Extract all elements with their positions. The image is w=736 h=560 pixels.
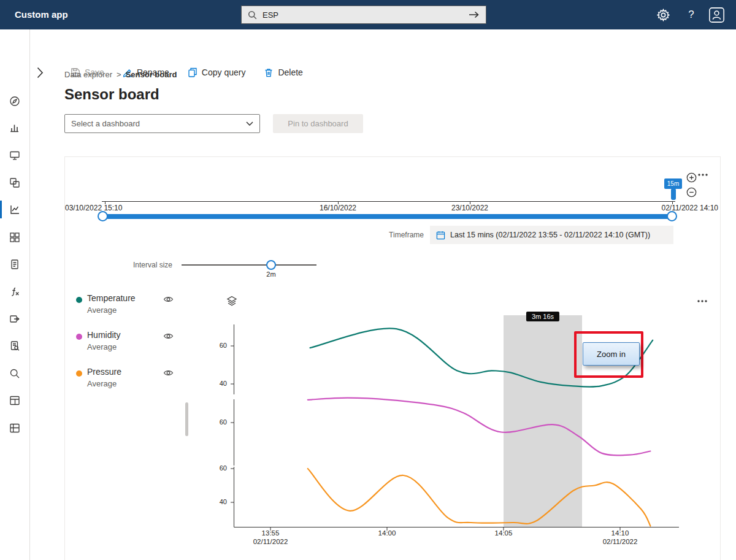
zoom-in-button[interactable]: Zoom in [583,342,640,366]
help-button[interactable]: ? [682,0,700,29]
document-icon [9,258,21,270]
legend-item-humidity: Humidity Average [72,330,189,361]
breadcrumb-separator: > [117,70,121,79]
breadcrumb-data-explorer[interactable]: Data explorer [64,70,112,79]
command-bar: Save Rename Copy query Delete [0,29,736,56]
timeline-more-options-button[interactable] [697,173,708,177]
eye-icon [163,369,174,377]
legend-aggregation: Average [87,305,117,315]
sidebar-item-jobs[interactable] [0,255,29,274]
trash-icon [264,67,274,77]
copy-icon [188,67,197,77]
timeline-label-end: 02/11/2022 14:10 [638,204,718,212]
sidebar-item-device-groups[interactable] [0,173,29,192]
selection-duration-tooltip: 3m 16s [526,312,559,321]
time-selection-band [504,315,582,527]
sidebar-item-analytics[interactable] [0,118,29,137]
legend-item-temperature: Temperature Average [72,293,189,324]
chart-layout-button[interactable] [226,295,238,307]
app-title: Custom app [15,9,68,20]
y-tick: 60 [211,464,227,472]
sidebar-item-rules[interactable] [0,282,29,301]
chevron-down-icon [246,121,253,126]
breadcrumb: Data explorer > Sensor board [64,70,177,79]
line-chart-icon [9,204,21,216]
audit-document-icon [9,340,21,352]
delete-button[interactable]: Delete [264,67,302,77]
sidebar-item-administration[interactable] [0,391,29,410]
dashboard-select[interactable]: Select a dashboard [64,114,260,133]
timeframe-label: Timeframe [353,231,424,239]
pressure-color-dot [76,370,82,377]
gear-icon [657,9,670,21]
search-input[interactable]: ESP [241,6,486,24]
humidity-line [308,398,651,456]
data-explorer-card: 15m 03/10/2022 15:10 16/10/2022 23/10/20… [64,156,721,560]
plus-circle-icon [686,172,697,183]
grid-edit-icon [9,422,21,434]
function-icon [9,286,21,298]
timeline-zoom-in-button[interactable] [686,172,697,183]
sidebar-item-audit-logs[interactable] [0,336,29,355]
timeframe-picker[interactable]: Last 15 mins (02/11/2022 13:55 - 02/11/2… [430,226,673,244]
interval-value: 2m [264,270,278,278]
pin-to-dashboard-button[interactable]: Pin to dashboard [273,114,363,133]
x-tick: 14:00 [362,529,412,537]
timeline-label-start: 03/10/2022 15:10 [65,204,122,212]
bar-chart-icon [9,122,21,134]
sidebar [0,29,30,560]
timeline-zoom-flag: 15m [664,178,682,189]
range-handle-left[interactable] [98,211,108,221]
sidebar-item-devices[interactable] [0,145,29,164]
sidebar-item-compass[interactable] [0,91,29,110]
timeline-axis [102,201,675,202]
visibility-toggle[interactable] [163,296,174,303]
ellipsis-icon [697,299,708,303]
timeline-range-slider[interactable] [102,214,675,219]
x-tick: 14:10 [596,529,645,537]
range-handle-right[interactable] [667,211,677,221]
settings-button[interactable] [654,0,672,29]
arrow-right-icon[interactable] [469,11,480,18]
interval-slider-track[interactable] [182,264,316,266]
data-export-icon [9,313,21,325]
calendar-icon [436,231,445,240]
legend-scrollbar-thumb[interactable] [185,402,188,436]
compass-icon [9,95,21,107]
interval-size-label: Interval size [126,261,172,269]
visibility-toggle[interactable] [163,369,174,377]
timeline-label-mid2: 23/10/2022 [439,204,500,212]
layers-icon [226,295,238,307]
breadcrumb-current: Sensor board [126,70,177,79]
x-tick-date: 02/11/2022 [596,538,645,545]
app-window: Custom app ESP ? [0,0,736,560]
page-title: Sensor board [64,86,159,103]
y-tick: 60 [211,418,227,426]
x-tick: 14:05 [479,529,528,537]
y-tick: 40 [211,380,227,387]
dashboard-grid-icon [9,231,21,244]
expand-sidebar-button[interactable] [37,67,44,79]
timeline-label-mid1: 16/10/2022 [307,204,369,212]
sidebar-item-dashboards[interactable] [0,228,29,247]
timeline-zoom-out-button[interactable] [686,187,697,198]
y-tick: 60 [211,342,227,349]
sidebar-item-search[interactable] [0,364,29,383]
account-button[interactable] [705,0,727,29]
chart-more-options-button[interactable] [697,299,708,303]
sidebar-item-data-export[interactable] [0,309,29,328]
x-tick-date: 02/11/2022 [246,538,295,545]
timeline-zoom-handle[interactable] [671,188,676,200]
eye-icon [163,332,174,340]
layout-grid-icon [9,394,21,407]
visibility-toggle[interactable] [163,332,174,340]
legend-item-pressure: Pressure Average [72,367,189,397]
legend-aggregation: Average [87,379,117,388]
sidebar-item-data-explorer[interactable] [0,200,29,219]
copy-query-label: Copy query [202,67,246,77]
sidebar-item-customization[interactable] [0,418,29,437]
copy-query-button[interactable]: Copy query [188,67,246,77]
legend-name: Pressure [87,367,121,377]
y-tick: 40 [211,498,227,505]
interval-slider-handle[interactable] [266,260,276,270]
